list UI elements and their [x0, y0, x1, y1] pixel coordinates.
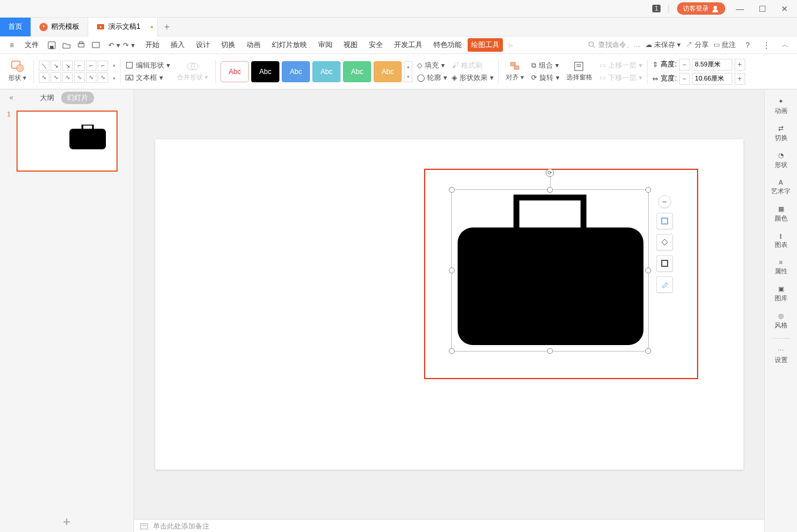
- panel-tab-slides[interactable]: 幻灯片: [61, 92, 94, 104]
- resize-handle[interactable]: [645, 348, 651, 354]
- document-tabs: 首页 稻壳模板 演示文稿1 • +: [0, 18, 797, 36]
- panel-tab-outline[interactable]: 大纲: [40, 93, 54, 103]
- tab-home[interactable]: 首页: [0, 18, 31, 36]
- height-plus-button[interactable]: +: [735, 59, 745, 71]
- menu-drawtools[interactable]: 绘图工具: [468, 38, 503, 52]
- tab-add-button[interactable]: +: [158, 22, 176, 32]
- resize-handle[interactable]: [547, 348, 553, 354]
- rb-gallery[interactable]: ▣图库: [765, 282, 797, 306]
- collapse-ribbon-button[interactable]: ︿: [778, 38, 792, 52]
- align-button[interactable]: 对齐 ▾: [503, 61, 526, 82]
- slide-thumbnail[interactable]: [16, 111, 118, 172]
- edit-shape-button[interactable]: 编辑形状 ▾: [125, 60, 170, 71]
- float-style-button[interactable]: [656, 213, 673, 229]
- workarea: « 大纲 幻灯片 1 +: [0, 89, 797, 532]
- maximize-button[interactable]: ☐: [755, 3, 770, 15]
- menu-file[interactable]: 文件: [19, 38, 44, 52]
- width-input[interactable]: [692, 73, 732, 85]
- shape-effects-button[interactable]: ◈ 形状效果 ▾: [452, 72, 493, 83]
- lines-gallery[interactable]: ＼↘↘⌐⌐⌐ ∿∿∿∿∿∿: [39, 61, 108, 83]
- menu-insert[interactable]: 插入: [165, 38, 190, 52]
- tab-templates[interactable]: 稻壳模板: [31, 18, 88, 36]
- print-icon[interactable]: [74, 38, 88, 52]
- textbox-button[interactable]: A 文本框 ▾: [125, 72, 170, 83]
- slide-canvas[interactable]: ⟳ −: [155, 139, 743, 470]
- height-input[interactable]: [692, 59, 732, 71]
- more-button[interactable]: ⋮: [759, 38, 773, 52]
- resize-handle[interactable]: [449, 267, 455, 273]
- svg-rect-6: [79, 42, 83, 44]
- menu-devtools[interactable]: 开发工具: [389, 38, 428, 52]
- resize-handle[interactable]: [645, 187, 651, 193]
- rb-chart[interactable]: ⫿图表: [765, 229, 797, 253]
- notif-badge[interactable]: 1: [652, 5, 661, 12]
- menu-review[interactable]: 审阅: [313, 38, 338, 52]
- add-slide-button[interactable]: +: [0, 511, 134, 532]
- rb-transition[interactable]: ⇄切换: [765, 121, 797, 146]
- panel-collapse-button[interactable]: «: [5, 93, 18, 102]
- width-minus-button[interactable]: −: [679, 73, 690, 85]
- menu-security[interactable]: 安全: [364, 38, 388, 52]
- menu-transition[interactable]: 切换: [216, 38, 241, 52]
- presentation-icon: [96, 23, 105, 31]
- close-button[interactable]: ✕: [777, 3, 792, 15]
- group-button[interactable]: ⧉ 组合 ▾: [531, 60, 559, 71]
- menu-slideshow[interactable]: 幻灯片放映: [266, 38, 312, 52]
- svg-rect-23: [69, 129, 106, 149]
- rb-wordart[interactable]: A艺术字: [765, 175, 797, 199]
- menu-features[interactable]: 特色功能: [428, 38, 467, 52]
- svg-rect-25: [662, 260, 668, 266]
- svg-rect-18: [514, 66, 519, 69]
- shape-dropdown[interactable]: 形状 ▾: [6, 61, 29, 82]
- merge-shape-button: 合并形状 ▾: [175, 61, 211, 82]
- rb-props[interactable]: ≡属性: [765, 255, 797, 279]
- selection-box[interactable]: ⟳: [451, 189, 649, 352]
- unsaved-indicator[interactable]: ☁ 未保存 ▾: [645, 40, 681, 50]
- resize-handle[interactable]: [449, 348, 455, 354]
- float-fill-button[interactable]: [656, 234, 673, 250]
- rotate-button[interactable]: ⟳ 旋转 ▾: [531, 72, 559, 83]
- command-search[interactable]: 查找命令、…: [585, 40, 641, 50]
- tab-document[interactable]: 演示文稿1 •: [88, 18, 158, 36]
- fill-button[interactable]: ◇ 填充 ▾: [417, 60, 447, 71]
- menu-start[interactable]: 开始: [140, 38, 165, 52]
- width-plus-button[interactable]: +: [735, 73, 745, 85]
- menu-icon[interactable]: ≡: [5, 38, 19, 52]
- svg-rect-17: [511, 62, 515, 66]
- redo-icon[interactable]: ↷ ▾: [122, 38, 136, 52]
- float-outline-button[interactable]: [656, 255, 673, 272]
- resize-handle[interactable]: [547, 187, 553, 193]
- float-edit-button[interactable]: [656, 276, 673, 293]
- rb-style[interactable]: ◎风格: [765, 309, 797, 333]
- rb-settings[interactable]: ⋯设置: [765, 343, 797, 368]
- save-icon[interactable]: [45, 38, 59, 52]
- select-pane-button[interactable]: 选择窗格: [564, 61, 595, 82]
- undo-icon[interactable]: ↶ ▾: [107, 38, 121, 52]
- resize-handle[interactable]: [645, 267, 651, 273]
- style-gallery[interactable]: Abc Abc Abc Abc Abc Abc ▴▾: [221, 54, 412, 89]
- float-collapse-button[interactable]: −: [658, 195, 671, 208]
- preview-icon[interactable]: [89, 38, 103, 52]
- rb-animation[interactable]: ✦动画: [765, 94, 797, 119]
- rotate-handle[interactable]: ⟳: [546, 169, 554, 177]
- share-button[interactable]: ↗ 分享: [685, 40, 708, 50]
- resize-handle[interactable]: [449, 187, 455, 193]
- right-sidebar: ✦动画 ⇄切换 ◔形状 A艺术字 ▦颜色 ⫿图表 ≡属性 ▣图库 ◎风格 ⋯设置: [764, 89, 797, 532]
- ribbon: 形状 ▾ ＼↘↘⌐⌐⌐ ∿∿∿∿∿∿ ▴▾ 编辑形状 ▾ A 文本框 ▾ 合并形…: [0, 54, 797, 89]
- outline-button[interactable]: ◯ 轮廓 ▾: [417, 72, 447, 83]
- tool-arrow[interactable]: ▷: [503, 38, 518, 52]
- help-button[interactable]: ?: [741, 38, 755, 52]
- guest-login-button[interactable]: 访客登录: [677, 2, 725, 15]
- menu-view[interactable]: 视图: [338, 38, 363, 52]
- menu-design[interactable]: 设计: [191, 38, 215, 52]
- open-icon[interactable]: [59, 38, 74, 52]
- minimize-button[interactable]: —: [732, 3, 748, 15]
- menu-animation[interactable]: 动画: [241, 38, 266, 52]
- rb-color[interactable]: ▦颜色: [765, 202, 797, 226]
- comment-button[interactable]: ▭ 批注: [713, 40, 736, 50]
- rb-shape[interactable]: ◔形状: [765, 148, 797, 173]
- slide-panel: « 大纲 幻灯片 1 +: [0, 89, 134, 532]
- notes-bar[interactable]: 单击此处添加备注: [134, 519, 764, 532]
- titlebar: 1 | 访客登录 — ☐ ✕: [0, 0, 797, 18]
- height-minus-button[interactable]: −: [679, 59, 690, 71]
